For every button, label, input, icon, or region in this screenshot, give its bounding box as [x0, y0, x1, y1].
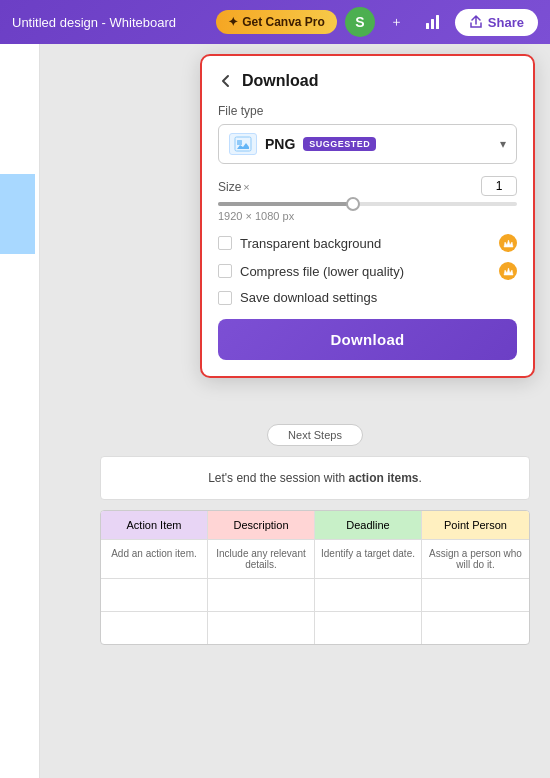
action-items-text: action items: [349, 471, 419, 485]
get-canva-pro-button[interactable]: ✦ Get Canva Pro: [216, 10, 337, 34]
file-type-left: PNG SUGGESTED: [229, 133, 376, 155]
svg-rect-1: [431, 19, 434, 29]
crown-icon-2: [503, 267, 514, 276]
action-items-table: Action Item Description Deadline Point P…: [100, 510, 530, 645]
next-steps-section: Next Steps: [100, 424, 530, 446]
main-content: Next Steps Let's end the session with ac…: [0, 44, 550, 778]
cell-description-0: Include any relevant details.: [208, 540, 315, 578]
file-type-dropdown[interactable]: PNG SUGGESTED ▾: [218, 124, 517, 164]
cell-action-0: Add an action item.: [101, 540, 208, 578]
analytics-button[interactable]: [419, 8, 447, 36]
png-icon: [229, 133, 257, 155]
slider-fill: [218, 202, 353, 206]
compress-file-left: Compress file (lower quality): [218, 264, 404, 279]
save-settings-row: Save download settings: [218, 290, 517, 305]
transparent-bg-checkbox[interactable]: [218, 236, 232, 250]
transparent-bg-label: Transparent background: [240, 236, 381, 251]
file-type-label: File type: [218, 104, 517, 118]
cell-deadline-2: [315, 612, 422, 644]
svg-rect-4: [237, 140, 242, 145]
size-input[interactable]: [481, 176, 517, 196]
cell-point-2: [422, 612, 529, 644]
table-header: Action Item Description Deadline Point P…: [101, 511, 529, 539]
add-button[interactable]: ＋: [383, 8, 411, 36]
cell-description-1: [208, 579, 315, 611]
share-button[interactable]: Share: [455, 9, 538, 36]
size-x: ×: [243, 181, 249, 193]
compress-file-checkbox[interactable]: [218, 264, 232, 278]
back-arrow-icon: [218, 73, 234, 89]
back-button[interactable]: [218, 73, 234, 89]
plus-icon: ＋: [390, 13, 403, 31]
chevron-down-icon: ▾: [500, 137, 506, 151]
share-icon: [469, 15, 483, 29]
file-type-name: PNG: [265, 136, 295, 152]
cell-deadline-1: [315, 579, 422, 611]
topbar: Untitled design - Whiteboard ✦ Get Canva…: [0, 0, 550, 44]
share-label: Share: [488, 15, 524, 30]
pro-icon-transparent: [499, 234, 517, 252]
size-row: Size×: [218, 176, 517, 196]
save-settings-checkbox[interactable]: [218, 291, 232, 305]
cell-description-2: [208, 612, 315, 644]
col-description: Description: [208, 511, 315, 539]
bar-chart-icon: [424, 13, 442, 31]
dimensions-text: 1920 × 1080 px: [218, 210, 517, 222]
table-row: Add an action item. Include any relevant…: [101, 539, 529, 578]
download-button[interactable]: Download: [218, 319, 517, 360]
avatar[interactable]: S: [345, 7, 375, 37]
card-text-after: .: [419, 471, 422, 485]
col-deadline: Deadline: [315, 511, 422, 539]
slider-track: [218, 202, 517, 206]
canvas-area[interactable]: Next Steps Let's end the session with ac…: [40, 44, 550, 778]
crown-icon: [503, 239, 514, 248]
cell-point-1: [422, 579, 529, 611]
cell-point-0: Assign a person who will do it.: [422, 540, 529, 578]
cell-action-1: [101, 579, 208, 611]
cell-action-2: [101, 612, 208, 644]
table-row: [101, 578, 529, 611]
download-panel: Download File type PNG SUGGESTED: [200, 54, 535, 378]
action-items-card: Let's end the session with action items.: [100, 456, 530, 500]
svg-rect-0: [426, 23, 429, 29]
panel-header: Download: [218, 72, 517, 90]
transparent-bg-row: Transparent background: [218, 234, 517, 252]
save-settings-label: Save download settings: [240, 290, 377, 305]
left-sidebar: [0, 44, 40, 778]
table-row: [101, 611, 529, 644]
app-title: Untitled design - Whiteboard: [12, 15, 208, 30]
svg-rect-2: [436, 15, 439, 29]
canvas-blue-rect: [0, 174, 35, 254]
size-slider-container: [218, 202, 517, 206]
compress-file-row: Compress file (lower quality): [218, 262, 517, 280]
suggested-badge: SUGGESTED: [303, 137, 376, 151]
canva-pro-label: Get Canva Pro: [242, 15, 325, 29]
size-section: Size×: [218, 177, 250, 195]
compress-file-label: Compress file (lower quality): [240, 264, 404, 279]
next-steps-pill: Next Steps: [267, 424, 363, 446]
col-action-item: Action Item: [101, 511, 208, 539]
transparent-bg-left: Transparent background: [218, 236, 381, 251]
size-label: Size: [218, 180, 241, 194]
col-point-person: Point Person: [422, 511, 529, 539]
whiteboard-content: Next Steps Let's end the session with ac…: [100, 424, 530, 645]
card-text-before: Let's end the session with: [208, 471, 348, 485]
pro-icon-compress: [499, 262, 517, 280]
slider-thumb[interactable]: [346, 197, 360, 211]
panel-title: Download: [242, 72, 318, 90]
cell-deadline-0: Identify a target date.: [315, 540, 422, 578]
star-icon: ✦: [228, 15, 238, 29]
